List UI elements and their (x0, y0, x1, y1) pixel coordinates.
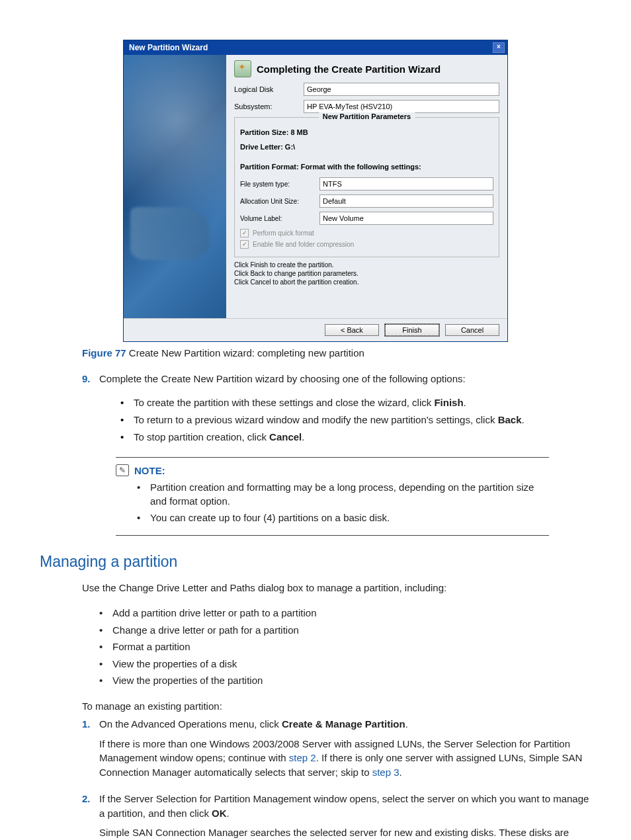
cancel-button[interactable]: Cancel (445, 324, 499, 336)
list-item: To create the partition with these setti… (120, 396, 591, 410)
group-legend: New Partition Parameters (319, 112, 415, 120)
list-item: You can create up to four (4) partitions… (137, 511, 549, 525)
quick-format-label: Perform quick format (253, 230, 314, 237)
new-partition-parameters-group: New Partition Parameters Partition Size:… (234, 117, 499, 257)
finish-button[interactable]: Finish (385, 324, 439, 336)
step-2-link[interactable]: step 2 (289, 752, 316, 763)
step-2: 2. If the Server Selection for Partition… (82, 792, 591, 840)
list-item: To stop partition creation, click Cancel… (120, 430, 591, 444)
section-heading: Managing a partition (40, 553, 591, 571)
subsystem-field[interactable]: HP EVA-MyTest (HSV210) (304, 100, 499, 113)
step-9-options: To create the partition with these setti… (120, 396, 591, 444)
to-manage-intro: To manage an existing partition: (82, 699, 591, 713)
managing-capabilities-list: Add a partition drive letter or path to … (99, 605, 591, 689)
manage-steps: 1. On the Advanced Operations menu, clic… (82, 717, 591, 840)
note-icon (116, 464, 129, 476)
dialog-button-row: < Back Finish Cancel (124, 318, 507, 341)
alloc-size-label: Allocation Unit Size: (240, 198, 319, 205)
logical-disk-label: Logical Disk (234, 85, 304, 93)
hint-cancel: Click Cancel to abort the partition crea… (234, 278, 499, 286)
wizard-hints: Click Finish to create the partition. Cl… (234, 261, 499, 286)
note-title: NOTE: (134, 465, 165, 476)
wizard-side-graphic (124, 55, 226, 318)
list-item: Format a partition (99, 638, 591, 655)
quick-format-checkbox[interactable]: ✓ Perform quick format (240, 229, 493, 237)
partition-wizard-dialog: New Partition Wizard × Completing the Cr… (123, 40, 508, 342)
list-item: Change a drive letter or path for a part… (99, 622, 591, 639)
hint-back: Click Back to change partition parameter… (234, 270, 499, 277)
volume-label-field[interactable]: New Volume (319, 212, 493, 225)
alloc-size-field[interactable]: Default (319, 194, 493, 208)
step-3-link[interactable]: step 3 (372, 767, 400, 778)
logical-disk-field[interactable]: George (304, 83, 499, 96)
note-block: NOTE: Partition creation and formatting … (116, 457, 549, 536)
dialog-titlebar: New Partition Wizard × (124, 40, 507, 55)
partition-size-text: Partition Size: 8 MB (240, 128, 493, 136)
wizard-icon (234, 60, 251, 77)
volume-label-label: Volume Label: (240, 215, 319, 222)
list-item: View the properties of a disk (99, 655, 591, 673)
checkbox-icon: ✓ (240, 229, 249, 237)
close-icon[interactable]: × (493, 42, 505, 53)
list-item: Partition creation and formatting may be… (137, 480, 549, 508)
wizard-heading: Completing the Create Partition Wizard (257, 63, 441, 75)
managing-intro: Use the Change Drive Letter and Paths di… (82, 581, 591, 595)
back-button[interactable]: < Back (325, 324, 379, 336)
step-number: 1. (82, 717, 99, 785)
list-item: View the properties of the partition (99, 672, 591, 689)
enable-compression-label: Enable file and folder compression (253, 241, 354, 248)
list-item: To return to a previous wizard window an… (120, 413, 591, 427)
subsystem-label: Subsystem: (234, 103, 304, 110)
figure-label: Figure 77 (82, 347, 126, 358)
step-9: 9. Complete the Create New Partition wiz… (82, 372, 591, 386)
figure-caption: Figure 77 Create New Partition wizard: c… (82, 347, 591, 358)
step-number: 2. (82, 792, 99, 840)
step-1: 1. On the Advanced Operations menu, clic… (82, 717, 591, 785)
step-number: 9. (82, 372, 99, 386)
fs-type-label: File system type: (240, 181, 319, 188)
fs-type-field[interactable]: NTFS (319, 177, 493, 190)
format-heading: Partition Format: Format with the follow… (240, 163, 493, 171)
dialog-title: New Partition Wizard (129, 43, 208, 52)
list-item: Add a partition drive letter or path to … (99, 605, 591, 622)
drive-letter-text: Drive Letter: G:\ (240, 143, 493, 151)
step-text: Complete the Create New Partition wizard… (99, 372, 466, 386)
checkbox-icon: ✓ (240, 240, 249, 249)
hint-finish: Click Finish to create the partition. (234, 261, 499, 269)
figure-caption-text: Create New Partition wizard: completing … (126, 347, 364, 358)
enable-compression-checkbox[interactable]: ✓ Enable file and folder compression (240, 240, 493, 249)
